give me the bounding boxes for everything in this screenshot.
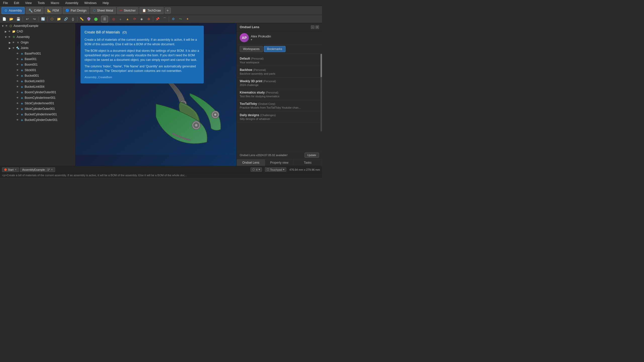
eye-icon-assembly[interactable]: 👁 [8, 35, 11, 39]
workspace-backhoe[interactable]: Backhoe (Personal) Backhoe assembly and … [237, 66, 322, 77]
table-button[interactable]: ☰ [101, 16, 108, 22]
menu-tools[interactable]: Tools [37, 1, 46, 5]
panel-tab-property[interactable]: Property view [265, 159, 294, 166]
magnet-button[interactable]: 🔮 [86, 16, 92, 22]
settings-button[interactable]: ⚙ [170, 16, 177, 22]
workbench-assembly[interactable]: ⚙ Assembly [2, 7, 25, 14]
expand-icon-cad[interactable]: ▶ [4, 30, 8, 33]
pin-button[interactable]: 📌 [154, 16, 161, 22]
extra-button[interactable]: ✦ [184, 16, 191, 22]
count-chevron[interactable]: ▾ [259, 168, 260, 171]
eye-icon-bucketlink003[interactable]: 👁 [16, 79, 19, 83]
tree-item-boomcylinderinner001[interactable]: 👁 ◈ BoomCylinderInner001 [0, 95, 75, 101]
menu-view[interactable]: View [24, 1, 33, 5]
open-file-button[interactable]: 📂 [8, 16, 15, 22]
expand-icon-root[interactable]: ▼ [1, 24, 5, 28]
menu-edit[interactable]: Edit [13, 1, 20, 5]
workbench-fem[interactable]: 📐 FEM [45, 7, 62, 14]
eye-icon-origin[interactable]: 👁 [12, 41, 15, 44]
workbench-sketcher[interactable]: ✏ Sketcher [117, 7, 138, 14]
eye-icon-boomcylinderinner001[interactable]: 👁 [16, 96, 19, 100]
save-button[interactable]: 💾 [15, 16, 22, 22]
undo-button[interactable]: ↩ [24, 16, 30, 22]
add-workbench-button[interactable]: + [165, 8, 171, 14]
minimize-panel-button[interactable]: – [311, 25, 314, 29]
scrollbar-thumb[interactable] [320, 54, 322, 77]
view3d-button[interactable]: ⬡ [49, 16, 55, 22]
input-method[interactable]: ☐ Touchpad ▾ [265, 167, 287, 172]
tree-item-bucketcylinderouter001[interactable]: 👁 ◈ BucketCylinderOuter001 [0, 117, 75, 123]
eye-icon-joints[interactable]: 👁 [12, 46, 15, 50]
expand-icon-origin[interactable]: ▶ [8, 41, 12, 44]
tab-start[interactable]: Start ✕ [2, 167, 19, 172]
eye-icon-bucketcylinderouter001[interactable]: 👁 [16, 118, 19, 122]
refresh-button[interactable]: 🔄 [40, 16, 46, 22]
solid-button[interactable]: ◈ [138, 16, 145, 22]
workspace-dailydesigns[interactable]: Daily designs (Challenges) Silly designs… [237, 111, 322, 123]
snap-button[interactable]: ⬤ [93, 16, 99, 22]
tree-item-stickcylinderouter001[interactable]: 👁 ◈ StickCylinderOuter001 [0, 106, 75, 112]
tree-item-root[interactable]: ▼ 👁 ⬡ AssemblyExample [0, 23, 75, 29]
close-panel-button[interactable]: ✕ [315, 25, 319, 29]
tab-workspaces[interactable]: Workspaces [240, 46, 263, 52]
folder-button[interactable]: 📁 [56, 16, 62, 22]
eye-icon-stickcylinderinner001[interactable]: 👁 [16, 102, 19, 105]
tree-item-assembly[interactable]: ▼ 👁 ⚙ Assembly [0, 34, 75, 40]
tree-item-cad[interactable]: ▶ 👁 📁 CAD [0, 29, 75, 34]
eye-icon-root[interactable]: 👁 [5, 24, 8, 28]
tree-item-joints[interactable]: ▶ 👁 🔩 Joints [0, 45, 75, 51]
workspace-tootalltoby[interactable]: TooTallToby (Ondsel Corp) Practice Model… [237, 100, 322, 111]
tree-item-stick001[interactable]: 👁 ◈ Stick001 [0, 67, 75, 73]
workspace-weekly3d[interactable]: Weekly 3D print (Personal) 2024 challeng… [237, 77, 322, 89]
eye-icon-bucket001[interactable]: 👁 [16, 74, 19, 77]
arc-button[interactable]: ⌒ [161, 16, 168, 22]
draw-button[interactable]: ⬦ [117, 16, 124, 22]
tab-assemblyexample-close[interactable]: ✕ [51, 168, 53, 171]
workbench-cam[interactable]: 🔧 CAM [26, 7, 44, 14]
expand-icon-joints[interactable]: ▶ [8, 46, 12, 50]
update-button[interactable]: Update [305, 153, 319, 158]
wave-button[interactable]: 〜 [177, 16, 184, 22]
workbench-techdraw[interactable]: 📋 TechDraw [139, 7, 164, 14]
touchpad-chevron[interactable]: ▾ [283, 168, 285, 171]
tree-item-bucketcylinderinner001[interactable]: 👁 ◈ BucketCylinderInner001 [0, 112, 75, 117]
viewport-3d[interactable]: Create Bill of Materials (O) Create a bi… [75, 23, 236, 166]
select-button[interactable]: ◎ [110, 16, 117, 22]
link-button[interactable]: 🔗 [63, 16, 69, 22]
user-dropdown[interactable]: ▾ [251, 38, 271, 41]
eye-icon-bucketcylinderinner001[interactable]: 👁 [16, 113, 19, 116]
tree-item-origin[interactable]: ▶ 👁 ✕ Origin [0, 40, 75, 45]
tree-item-basepin001[interactable]: 👁 ◈ BasePin001 [0, 51, 75, 56]
tab-assemblyexample[interactable]: AssemblyExample : 1* ✕ [20, 167, 55, 172]
tree-item-bucketlink004[interactable]: 👁 ◈ BucketLink004 [0, 84, 75, 89]
menu-assembly[interactable]: Assembly [64, 1, 79, 5]
workspace-kinematics[interactable]: Kinematics study (Personal) Test files f… [237, 89, 322, 100]
eye-icon-cad[interactable]: 👁 [8, 30, 11, 33]
workbench-sheetmetal[interactable]: ⬡ Sheet Metal [90, 7, 116, 14]
tab-start-close[interactable]: ✕ [15, 168, 17, 171]
tree-item-bucketlink003[interactable]: 👁 ◈ BucketLink003 [0, 78, 75, 84]
boolean-button[interactable]: ⊕ [145, 16, 152, 22]
menu-help[interactable]: Help [102, 1, 110, 5]
tab-bookmarks[interactable]: Bookmarks [264, 46, 286, 52]
panel-tab-tasks[interactable]: Tasks [294, 159, 322, 166]
workspace-default[interactable]: Default (Personal) Your workspace [237, 55, 322, 66]
code-button[interactable]: {} [70, 16, 76, 22]
tree-item-boomcylinderouter001[interactable]: 👁 ◈ BoomCylinderOuter001 [0, 89, 75, 95]
menu-windows[interactable]: Windows [83, 1, 98, 5]
expand-icon-assembly[interactable]: ▼ [4, 35, 8, 39]
eye-icon-boom001[interactable]: 👁 [16, 63, 19, 66]
tree-item-bucket001[interactable]: 👁 ◈ Bucket001 [0, 73, 75, 78]
workbench-partdesign[interactable]: 🔵 Part Design [63, 7, 89, 14]
tree-item-boom001[interactable]: 👁 ◈ Boom001 [0, 62, 75, 67]
tree-item-stickcylinderinner001[interactable]: 👁 ◈ StickCylinderInner001 [0, 101, 75, 106]
eye-icon-stick001[interactable]: 👁 [16, 68, 19, 72]
menu-macro[interactable]: Macro [50, 1, 60, 5]
new-file-button[interactable]: 📄 [1, 16, 8, 22]
eye-icon-boomcylinderouter001[interactable]: 👁 [16, 90, 19, 94]
eye-icon-bucketlink004[interactable]: 👁 [16, 85, 19, 88]
panel-tab-ondsel[interactable]: Ondsel Lens [237, 159, 265, 166]
eye-icon-stickcylinderouter001[interactable]: 👁 [16, 107, 19, 111]
eye-icon-basepin001[interactable]: 👁 [16, 52, 19, 55]
shape-button[interactable]: ▲ [124, 16, 131, 22]
